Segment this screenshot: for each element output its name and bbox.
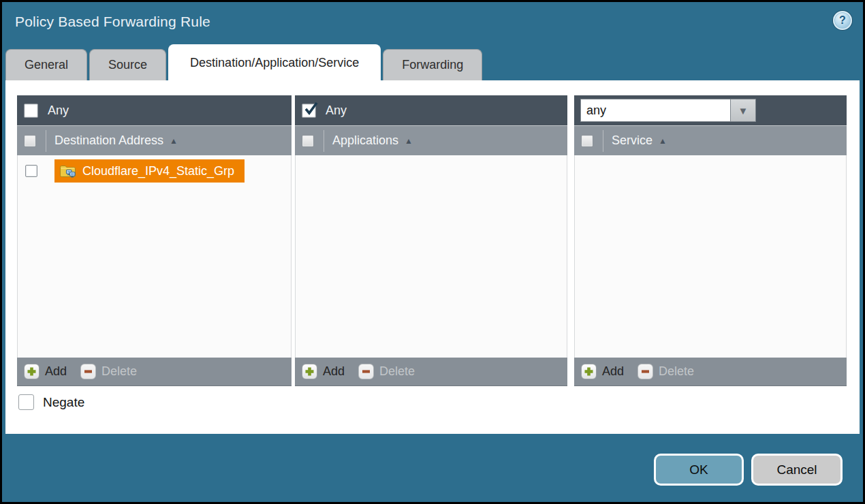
table-row: Cloudflare_IPv4_Static_Grp (18, 159, 291, 183)
header-separator (46, 130, 46, 152)
tab-forwarding-label: Forwarding (402, 58, 463, 72)
address-group-icon (59, 163, 76, 178)
add-label: Add (45, 364, 67, 379)
applications-any-bar: Any (295, 95, 567, 125)
tab-source[interactable]: Source (89, 49, 166, 80)
policy-based-forwarding-dialog: Policy Based Forwarding Rule ? General S… (2, 2, 863, 502)
minus-icon (638, 364, 653, 379)
applications-column-header: Applications ▲ (295, 125, 567, 155)
destination-address-item[interactable]: Cloudflare_IPv4_Static_Grp (54, 159, 245, 183)
tab-destination-application-service[interactable]: Destination/Application/Service (168, 44, 381, 80)
dropdown-arrow-glyph: ▼ (738, 105, 749, 116)
cancel-button[interactable]: Cancel (751, 454, 843, 486)
tab-source-label: Source (108, 58, 147, 72)
header-separator (324, 130, 324, 152)
delete-label: Delete (101, 364, 137, 379)
destination-address-label: Cloudflare_IPv4_Static_Grp (82, 164, 234, 178)
add-label: Add (602, 364, 624, 379)
destination-select-all-checkbox[interactable] (24, 135, 36, 147)
sort-ascending-icon[interactable]: ▲ (170, 136, 178, 146)
header-separator (603, 130, 603, 152)
sort-ascending-icon[interactable]: ▲ (659, 136, 667, 146)
delete-label: Delete (659, 364, 694, 379)
applications-select-all-checkbox[interactable] (302, 135, 314, 147)
destination-any-checkbox[interactable] (24, 104, 38, 118)
destination-list: Cloudflare_IPv4_Static_Grp (17, 155, 292, 358)
help-icon[interactable]: ? (833, 11, 852, 30)
plus-icon (24, 364, 40, 379)
tab-general[interactable]: General (5, 49, 87, 80)
service-section: any ▼ Service ▲ Add (574, 95, 847, 386)
applications-add-button[interactable]: Add (302, 364, 345, 379)
plus-icon (302, 364, 317, 379)
ok-button[interactable]: OK (654, 454, 744, 486)
sort-ascending-icon[interactable]: ▲ (405, 136, 413, 146)
plus-icon (581, 364, 597, 379)
chevron-down-icon[interactable]: ▼ (731, 99, 756, 122)
service-header-label[interactable]: Service (612, 133, 652, 148)
cancel-button-label: Cancel (776, 462, 817, 477)
applications-section: Any Applications ▲ Add (295, 95, 567, 386)
service-add-button[interactable]: Add (581, 364, 624, 379)
destination-delete-button[interactable]: Delete (80, 364, 137, 379)
service-column-header: Service ▲ (574, 125, 847, 155)
minus-icon (80, 364, 96, 379)
service-dropdown-bar: any ▼ (574, 95, 847, 125)
delete-label: Delete (379, 364, 415, 379)
service-delete-button[interactable]: Delete (638, 364, 694, 379)
minus-icon (358, 364, 374, 379)
destination-toolbar: Add Delete (17, 358, 292, 386)
destination-any-label: Any (48, 104, 69, 118)
applications-any-checkbox[interactable] (302, 104, 316, 118)
ok-button-label: OK (689, 462, 708, 477)
tab-bar: General Source Destination/Application/S… (5, 44, 482, 80)
tab-content-panel: Any Destination Address ▲ (5, 80, 860, 434)
help-glyph: ? (839, 14, 846, 27)
add-label: Add (323, 364, 345, 379)
service-select-all-checkbox[interactable] (581, 135, 593, 147)
applications-header-label[interactable]: Applications (332, 133, 398, 148)
service-list (574, 155, 847, 358)
tab-forwarding[interactable]: Forwarding (383, 49, 482, 80)
destination-add-button[interactable]: Add (24, 364, 67, 379)
negate-checkbox[interactable] (18, 394, 34, 410)
negate-option: Negate (18, 394, 84, 410)
applications-any-label: Any (326, 104, 347, 118)
destination-column-header: Destination Address ▲ (17, 125, 292, 155)
dialog-title: Policy Based Forwarding Rule (15, 14, 210, 30)
negate-label: Negate (43, 395, 84, 410)
service-toolbar: Add Delete (574, 358, 847, 386)
applications-toolbar: Add Delete (295, 358, 567, 386)
tab-destination-label: Destination/Application/Service (190, 56, 359, 70)
destination-address-section: Any Destination Address ▲ (17, 95, 292, 386)
destination-header-label[interactable]: Destination Address (54, 133, 163, 148)
service-dropdown-value[interactable]: any (580, 99, 731, 122)
destination-any-bar: Any (17, 95, 292, 125)
tab-general-label: General (25, 58, 68, 72)
service-mode-dropdown[interactable]: any ▼ (580, 99, 756, 122)
row-checkbox[interactable] (25, 165, 37, 177)
checkmark-icon (303, 101, 319, 117)
applications-delete-button[interactable]: Delete (358, 364, 415, 379)
applications-list (295, 155, 567, 358)
